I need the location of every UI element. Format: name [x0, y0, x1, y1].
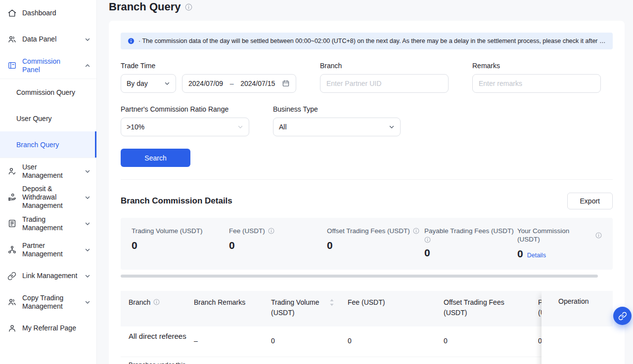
remarks-label: Remarks: [472, 62, 601, 70]
column-header-operation: Operation: [542, 291, 613, 326]
trade-time-group: Trade Time By day 2024/07/09 – 2024/07/1…: [121, 62, 296, 93]
link-icon: [618, 312, 627, 321]
date-range-picker[interactable]: 2024/07/09 – 2024/07/15: [182, 74, 296, 93]
users-icon: [7, 297, 17, 307]
home-icon: [7, 8, 17, 18]
commission-ratio-select[interactable]: >10%: [121, 118, 249, 136]
column-header-label: Offset Trading Fees (USDT): [444, 297, 523, 318]
business-type-label: Business Type: [273, 105, 401, 113]
cell-branch: Branches under this: [129, 361, 186, 364]
main-content: Branch Query · The commission data of th…: [97, 0, 633, 364]
sidebar-item-label: Data Panel: [22, 35, 56, 43]
stat-trading-volume: Trading Volume (USDT) 0: [132, 227, 229, 260]
commission-ratio-label: Partner's Commission Ratio Range: [121, 105, 249, 113]
sidebar-item-label: Copy Trading Management: [22, 294, 79, 311]
chevron-down-icon: [85, 37, 90, 42]
settlement-info-banner: · The commission data of the day will be…: [121, 33, 613, 49]
chevron-down-icon: [85, 168, 90, 174]
chevron-down-icon: [389, 124, 395, 130]
sidebar-item-label: Partner Management: [22, 242, 79, 258]
commission-details-link[interactable]: Details: [527, 252, 546, 259]
date-start: 2024/07/09: [188, 80, 223, 87]
stat-label: Fee (USDT): [229, 227, 265, 235]
referral-floating-button[interactable]: [613, 307, 632, 325]
chevron-down-icon: [85, 299, 90, 305]
chevron-up-icon: [85, 63, 90, 69]
export-button[interactable]: Export: [567, 193, 613, 209]
table-row: All direct referees – 0 0 0 0: [121, 326, 613, 357]
sidebar-item-label: Commission Panel: [22, 57, 79, 74]
operation-fixed-column: Operation: [542, 291, 613, 364]
info-icon: [128, 38, 135, 44]
business-type-select[interactable]: All: [273, 118, 401, 136]
sidebar-item-my-referral-page[interactable]: My Referral Page: [0, 315, 96, 341]
sidebar-item-link-management[interactable]: Link Management: [0, 263, 96, 289]
stat-value: 0: [132, 240, 229, 251]
hand-coin-icon: [7, 193, 17, 202]
stat-payable-fees: Payable Trading Fees (USDT) 0: [424, 227, 517, 260]
sidebar-item-user-query[interactable]: User Query: [0, 105, 96, 131]
operation-cells: [542, 326, 613, 364]
calendar-icon: [282, 80, 290, 87]
page-title: Branch Query: [109, 0, 181, 13]
table-header-row: Branch Branch Remarks Trading Volume (US…: [121, 291, 613, 326]
fee-info-icon[interactable]: [268, 228, 274, 234]
filter-form: Trade Time By day 2024/07/09 – 2024/07/1…: [121, 62, 613, 167]
date-end: 2024/07/15: [240, 80, 275, 87]
branch-table: Branch Branch Remarks Trading Volume (US…: [121, 291, 613, 364]
stat-label: Offset Trading Fees (USDT): [327, 227, 410, 235]
offset-info-icon[interactable]: [413, 228, 419, 234]
branch-input[interactable]: [320, 74, 449, 93]
sidebar-item-label: Link Management: [22, 272, 77, 280]
chevron-down-icon: [85, 247, 90, 253]
banner-text: · The commission data of the day will be…: [138, 38, 606, 44]
commission-info-icon[interactable]: [595, 232, 602, 239]
user-management-icon: [7, 166, 17, 176]
stat-value: 0: [229, 240, 327, 251]
sidebar-item-data-panel[interactable]: Data Panel: [0, 26, 96, 52]
branch-label: Branch: [320, 62, 449, 70]
sidebar-item-partner-management[interactable]: Partner Management: [0, 237, 96, 263]
scrollbar-thumb[interactable]: [121, 275, 598, 278]
document-icon: [7, 219, 17, 229]
sidebar-item-user-management[interactable]: User Management: [0, 158, 96, 184]
sidebar-item-label: Trading Management: [22, 215, 79, 232]
payable-info-icon[interactable]: [424, 237, 431, 243]
sidebar-item-deposit-withdrawal[interactable]: Deposit & Withdrawal Management: [0, 184, 96, 210]
table-row: Branches under this: [121, 357, 613, 364]
stat-value: 0: [327, 240, 424, 251]
sidebar-item-copy-trading[interactable]: Copy Trading Management: [0, 289, 96, 315]
column-header-branch-remarks: Branch Remarks: [194, 297, 245, 308]
stat-value: 0: [424, 247, 517, 259]
horizontal-scrollbar: [121, 275, 613, 278]
sidebar-item-label: User Management: [22, 163, 79, 180]
hierarchy-icon: [7, 245, 17, 255]
search-button[interactable]: Search: [121, 149, 190, 167]
sidebar-item-branch-query[interactable]: Branch Query: [0, 131, 96, 158]
branch-info-icon[interactable]: [153, 299, 160, 305]
stat-label: Payable Trading Fees (USDT): [424, 227, 514, 235]
trade-time-select[interactable]: By day: [121, 74, 176, 93]
remarks-input[interactable]: [472, 74, 601, 93]
sidebar-item-commission-panel[interactable]: Commission Panel: [0, 52, 96, 79]
column-header-label: Trading Volume (USDT): [271, 297, 326, 318]
date-separator: –: [230, 80, 234, 87]
chevron-down-icon: [164, 81, 170, 86]
branch-query-card: · The commission data of the day will be…: [109, 21, 625, 364]
page-header: Branch Query: [109, 0, 625, 13]
trade-time-label: Trade Time: [121, 62, 296, 70]
page-title-info-icon[interactable]: [185, 3, 192, 11]
sidebar-item-label: User Query: [16, 115, 52, 122]
cell-offset-fees: 0: [444, 337, 448, 345]
stat-your-commission: Your Commission (USDT) 0 Details: [517, 227, 602, 260]
sidebar-item-dashboard[interactable]: Dashboard: [0, 0, 96, 26]
cell-branch: All direct referees: [129, 331, 189, 342]
trade-time-value: By day: [127, 80, 148, 87]
sidebar-item-commission-query[interactable]: Commission Query: [0, 79, 96, 105]
branch-group: Branch: [320, 62, 449, 93]
column-header-fee: Fee (USDT): [348, 297, 385, 308]
sidebar-item-trading-management[interactable]: Trading Management: [0, 210, 96, 237]
column-header-branch: Branch: [129, 297, 160, 308]
sort-icon[interactable]: [329, 298, 334, 310]
remarks-group: Remarks: [472, 62, 601, 93]
